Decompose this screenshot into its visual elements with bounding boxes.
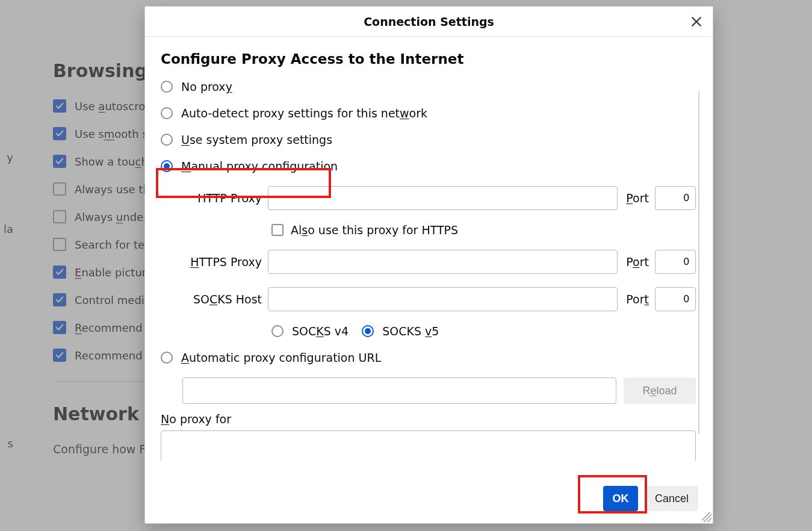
connection-settings-dialog: Connection Settings Configure Proxy Acce… — [144, 6, 713, 524]
radio-auto-url[interactable]: Automatic proxy configuration URL — [161, 351, 696, 364]
http-port-label: Port — [626, 191, 649, 205]
dialog-titlebar: Connection Settings — [145, 7, 713, 37]
socks-v5-label: SOCKS v5 — [382, 324, 439, 338]
dialog-body: Configure Proxy Access to the Internet N… — [145, 37, 713, 523]
http-proxy-input[interactable] — [268, 186, 618, 210]
radio-manual-proxy[interactable]: Manual proxy configuration — [161, 160, 696, 173]
http-proxy-label: HTTP Proxy — [182, 191, 262, 205]
manual-proxy-block: HTTP Proxy Port Also use this proxy for … — [182, 186, 696, 338]
radio-icon[interactable] — [161, 352, 173, 364]
resize-grip-icon[interactable] — [702, 512, 711, 522]
https-proxy-label: HTTPS Proxy — [182, 255, 262, 269]
radio-socks-v4[interactable] — [271, 325, 284, 337]
socks-host-label: SOCKS Host — [182, 293, 262, 306]
radio-icon[interactable] — [161, 134, 173, 146]
https-port-input[interactable] — [655, 250, 696, 274]
dialog-footer: OK Cancel — [161, 483, 698, 514]
radio-no-proxy[interactable]: No proxy — [161, 80, 696, 93]
no-proxy-for-label: No proxy for — [161, 412, 696, 426]
socks-host-input[interactable] — [268, 287, 618, 311]
ok-button[interactable]: OK — [603, 486, 638, 511]
also-https-checkbox-row[interactable]: Also use this proxy for HTTPS — [271, 223, 696, 237]
socks-port-label: Port — [626, 293, 649, 306]
socks-port-input[interactable] — [655, 287, 696, 311]
https-port-label: Port — [626, 255, 649, 269]
cancel-button[interactable]: Cancel — [645, 486, 698, 511]
dialog-title: Connection Settings — [364, 15, 494, 28]
radio-icon[interactable] — [161, 107, 173, 119]
auto-url-input[interactable] — [182, 377, 616, 404]
checkbox-icon[interactable] — [271, 224, 284, 236]
radio-auto-detect[interactable]: Auto-detect proxy settings for this netw… — [161, 107, 696, 120]
radio-system-proxy[interactable]: Use system proxy settings — [161, 133, 696, 146]
reload-button: Reload — [624, 377, 696, 404]
radio-socks-v5[interactable] — [362, 325, 374, 337]
radio-icon[interactable] — [161, 81, 173, 93]
socks-v4-label: SOCKS v4 — [292, 324, 349, 338]
http-port-input[interactable] — [655, 186, 696, 210]
proxy-section-title: Configure Proxy Access to the Internet — [161, 51, 696, 67]
no-proxy-for-textarea[interactable] — [161, 430, 696, 461]
https-proxy-input[interactable] — [268, 250, 618, 274]
radio-icon[interactable] — [161, 160, 173, 172]
close-icon[interactable] — [689, 14, 704, 30]
